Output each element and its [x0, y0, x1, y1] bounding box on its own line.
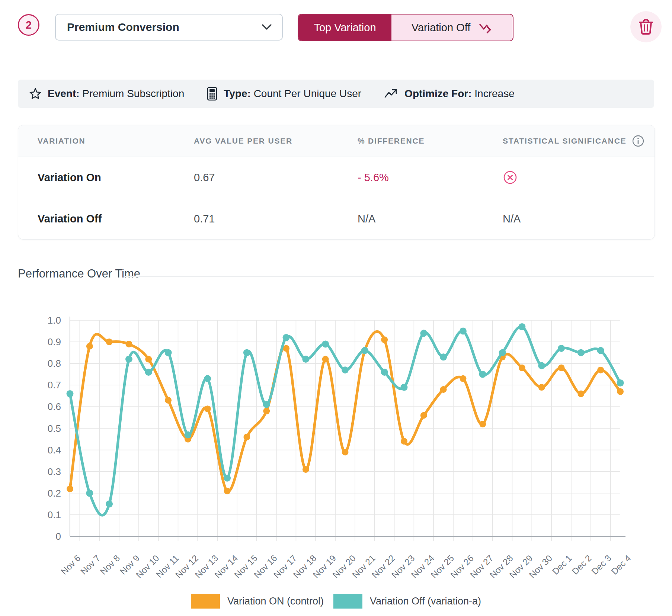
row-difference: N/A — [358, 213, 503, 225]
table-header-row: VARIATION AVG VALUE PER USER % DIFFERENC… — [18, 125, 655, 157]
column-variation: VARIATION — [38, 137, 194, 145]
svg-text:0.9: 0.9 — [48, 336, 61, 347]
svg-text:0.4: 0.4 — [48, 445, 61, 456]
circled-x-icon — [503, 170, 518, 185]
column-difference: % DIFFERENCE — [358, 137, 503, 145]
svg-text:Dec 2: Dec 2 — [570, 553, 593, 576]
metric-dropdown[interactable]: Premium Conversion — [55, 14, 283, 41]
chart-legend: Variation ON (control) Variation Off (va… — [0, 594, 672, 609]
table-row: Variation Off 0.71 N/A N/A — [18, 198, 655, 239]
row-difference: - 5.6% — [358, 171, 503, 184]
column-significance-label: STATISTICAL SIGNIFICANCE — [503, 137, 627, 145]
svg-text:Dec 4: Dec 4 — [609, 553, 633, 576]
row-avg-value: 0.71 — [194, 213, 358, 225]
variation-segmented-control: Top Variation Variation Off — [298, 14, 513, 41]
variation-results-table: VARIATION AVG VALUE PER USER % DIFFERENC… — [18, 125, 655, 240]
svg-text:0.2: 0.2 — [48, 488, 61, 499]
performance-chart: 00.10.20.30.40.50.60.70.80.91.0Nov 6Nov … — [0, 294, 672, 591]
svg-text:0.1: 0.1 — [48, 509, 61, 520]
star-icon — [29, 87, 42, 100]
legend-item-variation-off[interactable]: Variation Off (variation-a) — [333, 594, 481, 609]
row-variation-name: Variation Off — [38, 213, 194, 225]
svg-text:Dec 3: Dec 3 — [589, 553, 613, 576]
svg-text:0.3: 0.3 — [48, 466, 61, 477]
svg-text:Nov 8: Nov 8 — [98, 553, 122, 576]
metric-info-bar: Event: Premium Subscription Type: Count … — [18, 80, 654, 108]
trend-down-zigzag-icon — [478, 22, 493, 33]
column-avg-value: AVG VALUE PER USER — [194, 137, 358, 145]
legend-swatch-0 — [191, 594, 220, 609]
row-significance — [503, 170, 655, 185]
row-avg-value: 0.67 — [194, 171, 358, 184]
row-variation-name: Variation On — [38, 171, 194, 184]
info-type: Type: Count Per Unique User — [207, 87, 361, 101]
row-significance: N/A — [503, 213, 655, 225]
type-value: Count Per Unique User — [254, 88, 361, 99]
info-event: Event: Premium Subscription — [29, 87, 184, 100]
delete-metric-button[interactable] — [630, 11, 662, 42]
info-circle-icon[interactable] — [632, 135, 644, 147]
svg-text:Dec 1: Dec 1 — [550, 553, 574, 576]
trend-up-icon — [384, 88, 399, 99]
svg-text:0.5: 0.5 — [48, 423, 61, 434]
legend-item-variation-on[interactable]: Variation ON (control) — [191, 594, 324, 609]
svg-text:Nov 7: Nov 7 — [79, 553, 102, 576]
table-row: Variation On 0.67 - 5.6% — [18, 157, 655, 198]
section-divider — [124, 276, 654, 277]
legend-label-0: Variation ON (control) — [227, 596, 324, 607]
legend-swatch-1 — [333, 594, 362, 609]
segment-variation-off[interactable]: Variation Off — [391, 15, 513, 41]
optimize-label: Optimize For: — [404, 88, 471, 99]
metric-dropdown-value: Premium Conversion — [67, 21, 179, 33]
svg-text:0.6: 0.6 — [48, 401, 61, 412]
svg-text:0.7: 0.7 — [48, 379, 61, 391]
info-optimize: Optimize For: Increase — [384, 88, 515, 100]
type-label: Type: — [224, 88, 251, 99]
svg-text:0.8: 0.8 — [48, 358, 61, 369]
segment-variation-off-label: Variation Off — [412, 22, 471, 34]
legend-label-1: Variation Off (variation-a) — [370, 596, 481, 607]
event-value: Premium Subscription — [82, 88, 184, 99]
optimize-value: Increase — [474, 88, 514, 99]
metric-index-badge: 2 — [18, 14, 39, 36]
calculator-icon — [207, 87, 218, 101]
svg-text:1.0: 1.0 — [48, 315, 61, 326]
column-significance: STATISTICAL SIGNIFICANCE — [503, 135, 655, 147]
trash-icon — [639, 19, 653, 35]
svg-text:0: 0 — [56, 531, 61, 542]
chevron-down-icon — [261, 23, 272, 31]
segment-top-variation[interactable]: Top Variation — [298, 15, 391, 41]
svg-text:Nov 6: Nov 6 — [59, 553, 82, 576]
event-label: Event: — [48, 88, 80, 99]
section-title: Performance Over Time — [18, 267, 140, 280]
metric-panel: 2 Premium Conversion Top Variation Varia… — [0, 0, 672, 616]
